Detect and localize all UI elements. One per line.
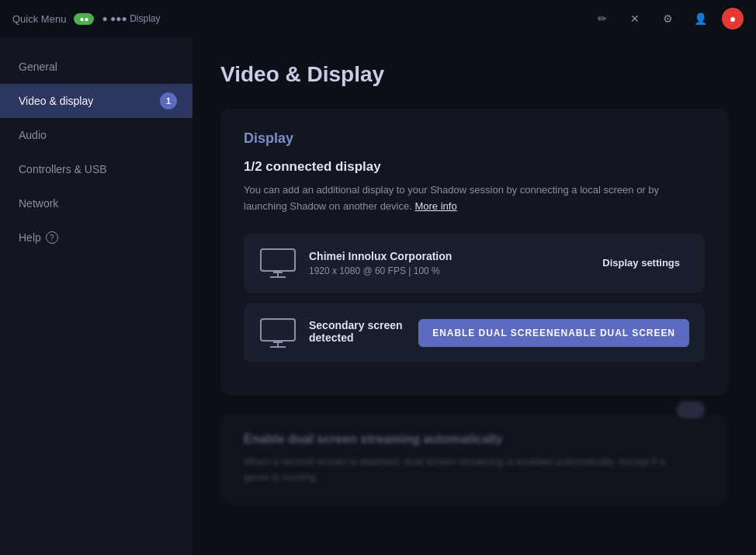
sidebar-item-controllers-usb[interactable]: Controllers & USB xyxy=(0,152,192,186)
connected-display-count: 1/2 connected display xyxy=(244,159,705,175)
sidebar-label-audio: Audio xyxy=(19,129,47,141)
titlebar-left: Quick Menu ●● ● ●●● Display xyxy=(12,13,160,25)
monitor-action-2: ENABLE DUAL SCREENENABLE DUAL SCREEN xyxy=(418,319,689,347)
sidebar-label-controllers-usb: Controllers & USB xyxy=(19,163,107,175)
svg-rect-0 xyxy=(261,249,295,271)
sidebar-label-help: Help xyxy=(19,231,41,244)
display-section-card: Display 1/2 connected display You can ad… xyxy=(220,109,728,395)
auto-dual-description: When a second screen is detected, dual s… xyxy=(244,454,677,487)
titlebar: Quick Menu ●● ● ●●● Display ✏ ✕ ⚙ 👤 ● xyxy=(0,0,756,37)
display-section-title: Display xyxy=(244,130,705,147)
close-x-icon[interactable]: ✕ xyxy=(624,8,646,29)
monitor-info-2: Secondary screen detected xyxy=(309,319,406,347)
monitor-info-1: Chimei Innolux Corporation 1920 x 1080 @… xyxy=(309,250,581,276)
app-title: Quick Menu xyxy=(12,13,66,25)
video-display-badge: 1 xyxy=(160,92,177,109)
monitor-icon-1 xyxy=(259,248,297,279)
monitor-specs-1: 1920 x 1080 @ 60 FPS | 100 % xyxy=(309,265,581,276)
auto-dual-screen-section: Enable dual screen streaming automatical… xyxy=(220,414,728,505)
sidebar-label-network: Network xyxy=(19,197,58,210)
page-title: Video & Display xyxy=(220,62,728,87)
sidebar-item-help[interactable]: Help ? xyxy=(0,220,192,255)
titlebar-right: ✏ ✕ ⚙ 👤 ● xyxy=(591,8,744,29)
close-button[interactable]: ● xyxy=(722,8,744,29)
sidebar-item-video-display[interactable]: Video & display 1 xyxy=(0,84,192,118)
display-status: ● ●●● Display xyxy=(102,13,160,24)
sidebar-label-general: General xyxy=(19,61,57,73)
display-description: You can add an additional display to you… xyxy=(244,182,705,215)
main-content: Video & Display Display 1/2 connected di… xyxy=(192,37,756,555)
monitor-icon-2 xyxy=(259,317,297,349)
user-icon[interactable]: 👤 xyxy=(689,8,711,29)
monitor-card-2: Secondary screen detected ENABLE DUAL SC… xyxy=(244,304,705,362)
more-info-link[interactable]: More info xyxy=(414,200,456,212)
enable-dual-screen-button[interactable]: ENABLE DUAL SCREENENABLE DUAL SCREEN xyxy=(418,319,689,347)
sidebar-item-general[interactable]: General xyxy=(0,50,192,84)
monitor-card-1: Chimei Innolux Corporation 1920 x 1080 @… xyxy=(244,234,705,293)
pencil-icon[interactable]: ✏ xyxy=(591,8,613,29)
app-container: General Video & display 1 Audio Controll… xyxy=(0,37,756,555)
auto-dual-title: Enable dual screen streaming automatical… xyxy=(244,432,677,446)
sidebar: General Video & display 1 Audio Controll… xyxy=(0,37,192,555)
auto-dual-toggle[interactable] xyxy=(677,401,705,418)
monitor-name-2: Secondary screen detected xyxy=(309,319,406,344)
connection-badge: ●● xyxy=(74,13,94,25)
display-settings-button[interactable]: Display settings xyxy=(593,251,689,275)
sidebar-label-video-display: Video & display xyxy=(19,95,93,107)
svg-rect-4 xyxy=(261,319,295,341)
sidebar-item-network[interactable]: Network xyxy=(0,186,192,220)
monitor-name-1: Chimei Innolux Corporation xyxy=(309,250,581,262)
sidebar-item-audio[interactable]: Audio xyxy=(0,118,192,152)
monitor-action-1: Display settings xyxy=(593,251,689,275)
help-question-icon: ? xyxy=(46,231,58,244)
settings-icon[interactable]: ⚙ xyxy=(657,8,678,29)
